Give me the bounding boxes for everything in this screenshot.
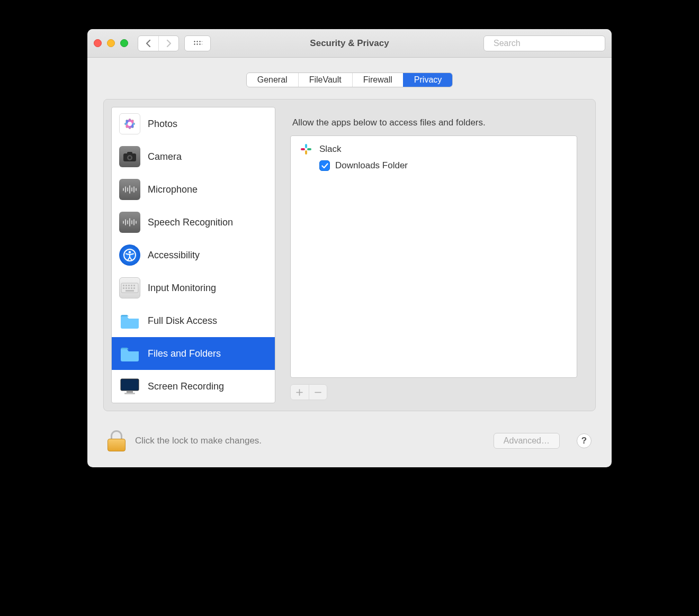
camera-icon (119, 146, 140, 167)
zoom-window-button[interactable] (120, 39, 128, 47)
sidebar-item-label: Microphone (148, 184, 198, 195)
svg-point-14 (129, 157, 131, 159)
sidebar-item-label: Camera (148, 151, 182, 162)
lock-icon[interactable] (107, 430, 126, 451)
grid-icon (193, 40, 202, 46)
svg-rect-49 (301, 148, 305, 150)
photos-icon (119, 113, 140, 134)
show-all-prefs-button[interactable] (184, 35, 211, 51)
sidebar-item-input-monitoring[interactable]: Input Monitoring (112, 271, 275, 304)
sidebar-item-label: Photos (148, 119, 177, 130)
tab-firewall[interactable]: Firewall (352, 73, 403, 87)
permissions-pane: Allow the apps below to access files and… (287, 107, 588, 403)
app-name: Slack (319, 144, 342, 155)
svg-rect-48 (305, 150, 307, 155)
remove-button[interactable] (309, 385, 327, 400)
display-icon (119, 376, 140, 397)
svg-rect-39 (128, 287, 130, 289)
chevron-right-icon (166, 40, 172, 47)
permission-label: Downloads Folder (335, 160, 408, 171)
minus-icon (315, 389, 321, 396)
svg-rect-32 (123, 285, 124, 286)
svg-rect-33 (126, 285, 127, 286)
keyboard-icon (119, 277, 140, 298)
tab-general[interactable]: General (247, 73, 298, 87)
svg-rect-35 (131, 285, 132, 286)
sidebar-item-photos[interactable]: Photos (112, 107, 275, 140)
footer: Click the lock to make changes. Advanced… (103, 411, 596, 455)
sidebar-item-label: Screen Recording (148, 381, 224, 392)
preferences-window: Security & Privacy General FileVault Fir… (87, 29, 612, 467)
add-remove-group (290, 384, 327, 400)
lock-hint: Click the lock to make changes. (135, 436, 262, 446)
add-button[interactable] (291, 385, 309, 400)
advanced-button[interactable]: Advanced… (494, 433, 560, 449)
sidebar-item-label: Full Disk Access (148, 315, 217, 327)
permission-row[interactable]: Downloads Folder (319, 160, 568, 171)
close-window-button[interactable] (94, 39, 102, 47)
svg-rect-34 (128, 285, 130, 286)
svg-point-10 (128, 122, 132, 126)
app-row-slack[interactable]: Slack (299, 142, 568, 156)
sidebar-item-accessibility[interactable]: Accessibility (112, 239, 275, 271)
forward-button[interactable] (158, 36, 178, 51)
sidebar-item-files-and-folders[interactable]: Files and Folders (112, 337, 275, 370)
permission-checkbox[interactable] (319, 160, 330, 171)
tab-privacy[interactable]: Privacy (403, 73, 452, 87)
svg-rect-47 (307, 148, 311, 150)
chevron-left-icon (145, 40, 151, 47)
sidebar-item-label: Speech Recognition (148, 217, 233, 228)
svg-rect-37 (123, 287, 124, 289)
help-button[interactable]: ? (577, 433, 592, 448)
svg-rect-38 (126, 287, 127, 289)
svg-rect-42 (126, 290, 134, 292)
checkmark-icon (321, 163, 328, 169)
slack-icon (299, 142, 313, 156)
tabstrip: General FileVault Firewall Privacy (246, 73, 453, 87)
sidebar-item-label: Accessibility (148, 250, 200, 261)
titlebar: Security & Privacy (87, 29, 612, 58)
privacy-panel: Photos Camera (103, 99, 596, 411)
sidebar-item-camera[interactable]: Camera (112, 140, 275, 173)
svg-rect-43 (121, 379, 139, 391)
body: General FileVault Firewall Privacy (87, 58, 612, 467)
search-field[interactable] (483, 35, 605, 51)
sidebar-item-label: Input Monitoring (148, 283, 216, 294)
svg-rect-45 (124, 393, 135, 394)
svg-rect-12 (127, 152, 132, 155)
folder-icon (119, 310, 140, 331)
accessibility-icon (119, 244, 140, 266)
search-input[interactable] (494, 39, 599, 48)
svg-rect-46 (305, 144, 307, 148)
microphone-icon (119, 179, 140, 200)
nav-back-forward (138, 35, 179, 51)
folder-icon (119, 343, 140, 364)
sidebar-item-screen-recording[interactable]: Screen Recording (112, 370, 275, 403)
tab-filevault[interactable]: FileVault (298, 73, 352, 87)
plus-icon (296, 389, 303, 396)
svg-rect-41 (133, 287, 135, 289)
svg-rect-44 (127, 391, 133, 393)
tab-bar: General FileVault Firewall Privacy (103, 73, 596, 87)
sidebar-item-full-disk-access[interactable]: Full Disk Access (112, 304, 275, 337)
svg-point-30 (129, 251, 131, 253)
sidebar-item-microphone[interactable]: Microphone (112, 173, 275, 206)
permissions-hint: Allow the apps below to access files and… (292, 117, 577, 128)
svg-rect-40 (131, 287, 132, 289)
traffic-lights (94, 39, 128, 47)
svg-rect-36 (133, 285, 135, 286)
back-button[interactable] (138, 36, 158, 51)
app-permission-list[interactable]: Slack Downloads Folder (290, 135, 577, 378)
privacy-category-list[interactable]: Photos Camera (111, 107, 275, 403)
minimize-window-button[interactable] (107, 39, 115, 47)
sidebar-item-label: Files and Folders (148, 348, 221, 359)
sidebar-item-speech[interactable]: Speech Recognition (112, 206, 275, 239)
speech-icon (119, 212, 140, 233)
